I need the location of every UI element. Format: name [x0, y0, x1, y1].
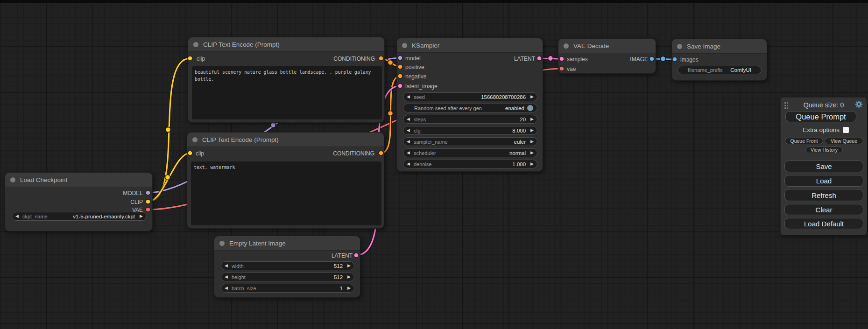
widget-left-arrow-icon[interactable]: ◀	[407, 117, 410, 121]
steps-widget[interactable]: ◀ steps 20 ▶	[403, 115, 537, 124]
batch-size-widget[interactable]: ◀ batch_size 1 ▶	[221, 284, 354, 293]
widget-right-arrow-icon[interactable]: ▶	[140, 214, 143, 218]
widget-right-arrow-icon[interactable]: ▶	[347, 286, 351, 290]
collapse-dot-icon[interactable]	[564, 43, 569, 49]
collapse-dot-icon[interactable]	[402, 43, 407, 48]
widget-left-arrow-icon[interactable]: ◀	[225, 264, 228, 268]
view-history-button[interactable]: View History	[805, 147, 843, 153]
height-widget[interactable]: ◀ height 512 ▶	[221, 273, 354, 281]
widget-value: ComfyUI	[730, 67, 751, 73]
random-seed-toggle[interactable]: Random seed after every gen enabled	[403, 104, 537, 112]
node-save-image[interactable]: Save Image images filename_prefix ComfyU…	[671, 39, 767, 81]
widget-right-arrow-icon[interactable]: ▶	[530, 95, 534, 99]
widget-right-arrow-icon[interactable]: ▶	[347, 264, 351, 268]
wire-clip2-outline	[148, 153, 190, 202]
widget-value: 1.000	[512, 161, 526, 167]
widget-left-arrow-icon[interactable]: ◀	[407, 151, 410, 155]
link-dot-image	[661, 56, 666, 62]
collapse-dot-icon[interactable]	[677, 44, 682, 49]
node-graph-canvas[interactable]: Load Checkpoint MODEL CLIP VAE ◀ ckpt_na…	[0, 0, 868, 329]
load-default-button[interactable]: Load Default	[784, 218, 863, 229]
widget-right-arrow-icon[interactable]: ▶	[530, 140, 534, 144]
sampler-name-widget[interactable]: ◀ sampler_name euler ▶	[403, 137, 537, 146]
output-label-clip: CLIP	[130, 199, 143, 205]
output-label-conditioning: CONDITIONING	[333, 56, 375, 62]
widget-left-arrow-icon[interactable]: ◀	[225, 275, 228, 279]
prompt-text-area[interactable]: beautiful scenery nature glass bottle la…	[192, 66, 382, 119]
ckpt-name-widget[interactable]: ◀ ckpt_name v1-5-pruned-emaonly.ckpt ▶	[12, 212, 147, 221]
widget-value: 156680208700286	[481, 94, 526, 100]
widget-right-arrow-icon[interactable]: ▶	[347, 275, 351, 279]
input-label-latent-image: latent_image	[405, 83, 438, 90]
node-empty-latent-image[interactable]: Empty Latent Image LATENT ◀ width 512 ▶ …	[214, 236, 360, 298]
widget-value: 512	[334, 274, 343, 280]
denoise-widget[interactable]: ◀ denoise 1.000 ▶	[403, 160, 537, 168]
node-vae-decode[interactable]: VAE Decode samples vae IMAGE	[558, 38, 656, 74]
widget-right-arrow-icon[interactable]: ▶	[530, 128, 534, 133]
link-dot-model	[271, 123, 276, 128]
output-label-model: MODEL	[123, 190, 143, 196]
wire-clip2	[148, 153, 190, 202]
collapse-dot-icon[interactable]	[219, 241, 225, 246]
seed-widget[interactable]: ◀ seed 156680208700286 ▶	[403, 92, 537, 101]
node-clip-text-encode-negative[interactable]: CLIP Text Encode (Prompt) clip CONDITION…	[187, 132, 384, 229]
extra-options-checkbox[interactable]	[843, 127, 849, 133]
refresh-button[interactable]: Refresh	[784, 189, 863, 201]
widget-right-arrow-icon[interactable]: ▶	[530, 162, 534, 166]
link-dot-clip2	[165, 175, 170, 180]
node-title-bar[interactable]: Empty Latent Image	[214, 236, 360, 251]
node-title-bar[interactable]: KSampler	[397, 38, 543, 53]
prompt-text-area[interactable]: text, watermark	[191, 161, 381, 225]
widget-left-arrow-icon[interactable]: ◀	[407, 140, 410, 144]
input-label-samples: samples	[567, 56, 588, 63]
widget-label: denoise	[414, 161, 512, 167]
queue-front-button[interactable]: Queue Front	[785, 138, 823, 144]
widget-label: height	[232, 274, 334, 280]
node-title-bar[interactable]: CLIP Text Encode (Prompt)	[188, 37, 384, 52]
widget-value: euler	[514, 139, 526, 145]
save-button[interactable]: Save	[784, 161, 863, 172]
node-load-checkpoint[interactable]: Load Checkpoint MODEL CLIP VAE ◀ ckpt_na…	[5, 172, 153, 231]
widget-left-arrow-icon[interactable]: ◀	[407, 128, 410, 133]
width-widget[interactable]: ◀ width 512 ▶	[221, 261, 354, 270]
widget-label: scheduler	[414, 150, 509, 156]
extra-options-row: Extra options	[803, 126, 849, 133]
widget-left-arrow-icon[interactable]: ◀	[407, 162, 410, 166]
queue-prompt-button[interactable]: Queue Prompt	[785, 111, 856, 122]
input-label-clip: clip	[197, 56, 205, 62]
output-label-conditioning: CONDITIONING	[333, 150, 374, 157]
widget-left-arrow-icon[interactable]: ◀	[15, 214, 19, 218]
input-label-positive: positive	[405, 64, 424, 70]
node-title: CLIP Text Encode (Prompt)	[202, 136, 279, 143]
scheduler-widget[interactable]: ◀ scheduler normal ▶	[403, 148, 537, 157]
widget-value: 20	[520, 117, 526, 122]
clear-button[interactable]: Clear	[784, 204, 863, 215]
filename-prefix-widget[interactable]: filename_prefix ComfyUI	[677, 66, 762, 74]
settings-gear-icon[interactable]	[855, 100, 863, 110]
node-title-bar[interactable]: Save Image	[672, 39, 767, 54]
link-dot-latent-out	[548, 56, 553, 61]
widget-left-arrow-icon[interactable]: ◀	[407, 95, 410, 99]
widget-label: seed	[414, 94, 481, 100]
cfg-widget[interactable]: ◀ cfg 8.000 ▶	[403, 126, 537, 135]
load-button[interactable]: Load	[784, 175, 863, 187]
collapse-dot-icon[interactable]	[193, 42, 198, 47]
node-title: CLIP Text Encode (Prompt)	[203, 41, 280, 48]
widget-value: 8.000	[512, 128, 526, 133]
widget-right-arrow-icon[interactable]: ▶	[530, 117, 534, 121]
view-queue-button[interactable]: View Queue	[825, 138, 863, 144]
node-ksampler[interactable]: KSampler model positive negative latent_…	[396, 38, 543, 172]
widget-right-arrow-icon[interactable]: ▶	[530, 151, 534, 155]
collapse-dot-icon[interactable]	[192, 137, 198, 142]
input-label-images: images	[680, 56, 699, 63]
node-title: Empty Latent Image	[229, 240, 286, 247]
node-title-bar[interactable]: Load Checkpoint	[5, 173, 152, 187]
node-clip-text-encode-positive[interactable]: CLIP Text Encode (Prompt) clip CONDITION…	[188, 37, 385, 123]
queue-size-label: Queue size: 0	[781, 101, 867, 109]
widget-left-arrow-icon[interactable]: ◀	[225, 286, 228, 290]
input-label-negative: negative	[405, 73, 426, 80]
node-title-bar[interactable]: CLIP Text Encode (Prompt)	[187, 133, 384, 147]
collapse-dot-icon[interactable]	[10, 177, 15, 182]
toggle-circle-icon[interactable]	[527, 105, 533, 111]
node-title-bar[interactable]: VAE Decode	[558, 39, 656, 53]
